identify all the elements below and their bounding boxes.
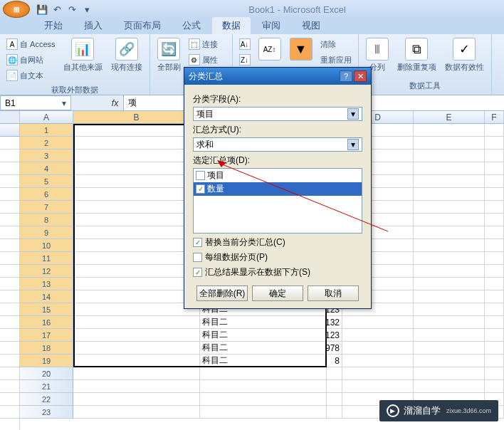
row-header[interactable]: 23 bbox=[20, 406, 73, 419]
cell[interactable] bbox=[0, 406, 20, 419]
cell[interactable] bbox=[414, 355, 485, 367]
select-all-corner[interactable] bbox=[0, 111, 20, 124]
cell[interactable] bbox=[414, 329, 485, 342]
cell[interactable] bbox=[0, 214, 20, 226]
cell[interactable] bbox=[414, 342, 485, 355]
close-button[interactable]: ✕ bbox=[354, 70, 367, 82]
tab-insert[interactable]: 插入 bbox=[74, 17, 112, 34]
row-header[interactable]: 4 bbox=[20, 162, 73, 175]
row-header[interactable]: 21 bbox=[20, 380, 73, 393]
tab-home[interactable]: 开始 bbox=[34, 17, 73, 34]
cell[interactable] bbox=[485, 214, 504, 226]
dialog-titlebar[interactable]: 分类汇总 ? ✕ bbox=[184, 68, 371, 85]
help-button[interactable]: ? bbox=[340, 70, 352, 82]
cell[interactable] bbox=[0, 419, 20, 430]
checkbox[interactable]: ✓ bbox=[196, 184, 205, 194]
cell[interactable] bbox=[0, 380, 20, 393]
ok-button[interactable]: 确定 bbox=[252, 285, 303, 301]
cell[interactable] bbox=[0, 355, 20, 367]
cell[interactable] bbox=[485, 239, 504, 252]
cell[interactable] bbox=[73, 239, 200, 252]
column-header[interactable]: E bbox=[414, 111, 485, 124]
office-button[interactable]: ⊞ bbox=[3, 1, 30, 18]
pagebreak-checkbox-row[interactable]: 每组数据分页(P) bbox=[193, 251, 362, 263]
row-header[interactable]: 8 bbox=[20, 214, 73, 226]
existing-conn-button[interactable]: 🔗现有连接 bbox=[108, 36, 145, 74]
remove-duplicates-button[interactable]: ⧉删除重复项 bbox=[394, 36, 439, 74]
cell[interactable]: 978 bbox=[327, 342, 342, 355]
fx-button[interactable]: fx bbox=[107, 95, 124, 110]
cell[interactable] bbox=[73, 278, 200, 290]
cell[interactable] bbox=[0, 226, 20, 239]
cell[interactable] bbox=[0, 162, 20, 175]
row-header[interactable]: 22 bbox=[20, 393, 73, 406]
cell[interactable] bbox=[414, 290, 485, 303]
cell[interactable] bbox=[342, 316, 414, 329]
row-header[interactable]: 15 bbox=[20, 303, 73, 316]
from-web-button[interactable]: 🌐自网站 bbox=[4, 52, 58, 68]
cell[interactable]: 132 bbox=[327, 316, 342, 329]
cell[interactable]: 科目二 bbox=[200, 329, 327, 342]
row-header[interactable]: 6 bbox=[20, 188, 73, 201]
cell[interactable] bbox=[414, 175, 485, 188]
cell[interactable] bbox=[200, 393, 327, 406]
from-other-button[interactable]: 📊自其他来源 bbox=[61, 36, 105, 74]
from-text-button[interactable]: 📄自文本 bbox=[4, 68, 58, 83]
cell[interactable] bbox=[73, 214, 200, 226]
cell[interactable] bbox=[0, 342, 20, 355]
cell[interactable] bbox=[327, 367, 342, 380]
cell[interactable] bbox=[73, 316, 200, 329]
sort-desc-button[interactable]: Z↓ bbox=[237, 52, 253, 68]
replace-checkbox-row[interactable]: ✓替换当前分类汇总(C) bbox=[193, 236, 362, 248]
cell[interactable] bbox=[73, 175, 200, 188]
filter-button[interactable]: ▼ bbox=[287, 36, 315, 62]
checkbox[interactable] bbox=[196, 171, 205, 180]
cell[interactable] bbox=[485, 265, 504, 278]
row-header[interactable]: 1 bbox=[20, 124, 73, 137]
cell[interactable] bbox=[414, 226, 485, 239]
cell[interactable] bbox=[485, 367, 504, 380]
connections-button[interactable]: ⬚连接 bbox=[187, 36, 228, 52]
cell[interactable] bbox=[73, 265, 200, 278]
cell[interactable] bbox=[73, 188, 200, 201]
cancel-button[interactable]: 取消 bbox=[308, 285, 359, 301]
row-header[interactable]: 10 bbox=[20, 239, 73, 252]
cell[interactable] bbox=[342, 342, 414, 355]
cell[interactable] bbox=[73, 290, 200, 303]
function-select[interactable]: 求和▾ bbox=[193, 137, 362, 152]
cell[interactable] bbox=[0, 252, 20, 265]
cell[interactable] bbox=[485, 188, 504, 201]
cell[interactable] bbox=[414, 252, 485, 265]
cell[interactable] bbox=[414, 150, 485, 162]
cell[interactable] bbox=[485, 355, 504, 367]
checkbox[interactable]: ✓ bbox=[193, 238, 202, 247]
list-item[interactable]: 项目 bbox=[194, 169, 362, 182]
cell[interactable] bbox=[414, 239, 485, 252]
clear-filter-button[interactable]: 清除 bbox=[318, 36, 354, 52]
group-field-select[interactable]: 项目▾ bbox=[193, 107, 362, 121]
cell[interactable] bbox=[485, 329, 504, 342]
cell[interactable] bbox=[485, 175, 504, 188]
reapply-button[interactable]: 重新应用 bbox=[318, 52, 354, 68]
cell[interactable] bbox=[327, 406, 342, 419]
cell[interactable] bbox=[327, 380, 342, 393]
checkbox[interactable]: ✓ bbox=[193, 268, 202, 277]
sort-button[interactable]: AZ↕ bbox=[256, 36, 284, 62]
cell[interactable] bbox=[0, 393, 20, 406]
cell[interactable] bbox=[0, 316, 20, 329]
cell[interactable] bbox=[73, 342, 200, 355]
cell[interactable] bbox=[73, 226, 200, 239]
cell[interactable] bbox=[0, 303, 20, 316]
cell[interactable] bbox=[73, 137, 200, 150]
tab-layout[interactable]: 页面布局 bbox=[114, 17, 171, 34]
cell[interactable] bbox=[485, 162, 504, 175]
row-header[interactable]: 9 bbox=[20, 226, 73, 239]
cell[interactable] bbox=[414, 124, 485, 137]
cell[interactable] bbox=[73, 162, 200, 175]
cell[interactable] bbox=[0, 290, 20, 303]
cell[interactable] bbox=[200, 380, 327, 393]
cell[interactable] bbox=[73, 329, 200, 342]
cell[interactable] bbox=[414, 303, 485, 316]
row-header[interactable]: 20 bbox=[20, 367, 73, 380]
cell[interactable] bbox=[485, 342, 504, 355]
